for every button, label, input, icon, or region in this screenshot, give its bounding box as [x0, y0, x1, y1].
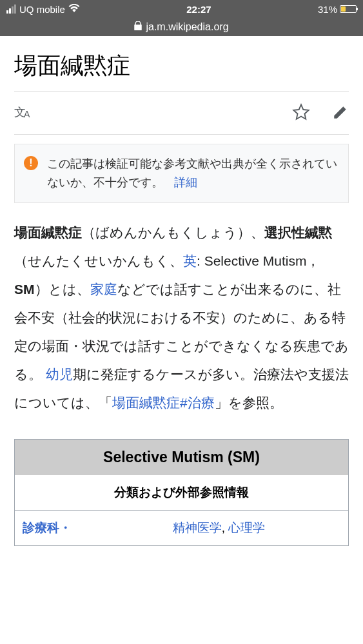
- treatment-link[interactable]: 場面緘黙症#治療: [112, 395, 215, 410]
- svg-text:A: A: [24, 109, 30, 119]
- infobox-row-label[interactable]: 診療科・: [15, 511, 165, 545]
- status-left: UQ mobile: [6, 4, 80, 15]
- edit-icon[interactable]: [332, 104, 349, 123]
- term-1: 場面緘黙症: [14, 225, 82, 240]
- infant-link[interactable]: 幼児: [46, 367, 73, 382]
- star-icon[interactable]: [292, 103, 310, 124]
- term-2: 選択性緘黙: [264, 225, 332, 240]
- battery-percent: 31%: [318, 4, 337, 15]
- page-title: 場面緘黙症: [14, 50, 349, 92]
- svg-rect-0: [135, 25, 141, 30]
- psychology-link[interactable]: 心理学: [228, 521, 265, 534]
- lang-link[interactable]: 英: [183, 253, 197, 268]
- notice-details-link[interactable]: 詳細: [174, 176, 197, 189]
- status-right: 31%: [318, 4, 357, 15]
- status-bar: UQ mobile 22:27 31%: [0, 0, 363, 18]
- lock-icon: [134, 21, 142, 33]
- infobox-row: 診療科・ 精神医学, 心理学: [15, 510, 348, 545]
- battery-icon: [340, 5, 357, 13]
- wifi-icon: [68, 4, 80, 15]
- language-icon[interactable]: 文A: [14, 103, 32, 124]
- article-toolbar: 文A: [14, 92, 349, 135]
- article-body: 場面緘黙症（ばめんかんもくしょう）、選択性緘黙（せんたくせいかんもく、英: Se…: [14, 219, 349, 418]
- signal-icon: [6, 5, 16, 14]
- infobox-title: Selective Mutism (SM): [15, 440, 348, 475]
- url-text: ja.m.wikipedia.org: [146, 21, 228, 33]
- infobox-subtitle: 分類および外部参照情報: [15, 475, 348, 510]
- status-time: 22:27: [186, 4, 211, 15]
- infobox-row-value: 精神医学, 心理学: [165, 511, 273, 545]
- infobox: Selective Mutism (SM) 分類および外部参照情報 診療科・ 精…: [14, 439, 349, 546]
- psychiatry-link[interactable]: 精神医学: [173, 521, 222, 534]
- url-bar[interactable]: ja.m.wikipedia.org: [0, 18, 363, 36]
- carrier-name: UQ mobile: [19, 4, 65, 15]
- notice-box: ! この記事は検証可能な参考文献や出典が全く示されていないか、不十分です。 詳細: [14, 144, 349, 203]
- warning-icon: !: [24, 156, 38, 170]
- family-link[interactable]: 家庭: [90, 282, 117, 297]
